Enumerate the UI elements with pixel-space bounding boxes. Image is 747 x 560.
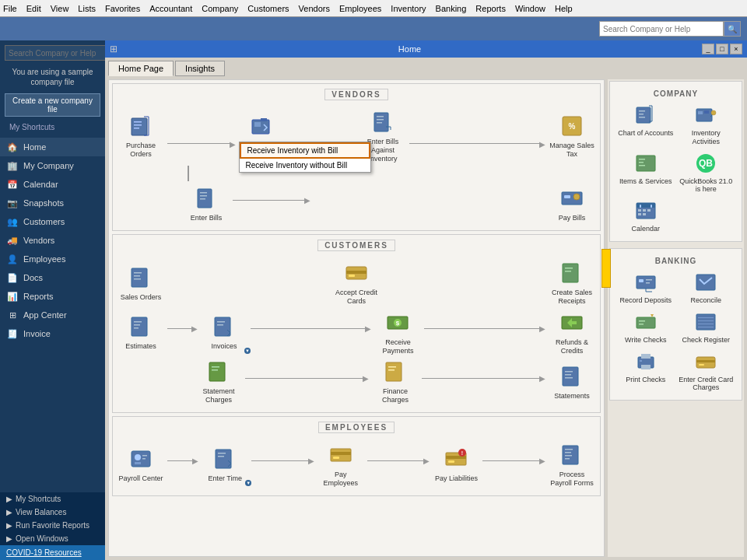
sidebar-item-calendar[interactable]: 📅 Calendar <box>0 175 105 194</box>
receive-without-bill-option[interactable]: Receive Inventory without Bill <box>240 159 370 172</box>
accept-cc-item[interactable]: Accept Credit Cards <box>333 259 380 306</box>
reconcile-item[interactable]: Reconcile <box>679 270 735 305</box>
sidebar-search-input[interactable] <box>5 45 105 61</box>
sidebar-item-docs[interactable]: 📄 Docs <box>0 268 105 287</box>
menu-view[interactable]: View <box>51 4 69 13</box>
manage-sales-tax-icon: % <box>558 112 586 140</box>
purchase-orders-item[interactable]: Purchase Orders <box>117 112 164 159</box>
estimates-item[interactable]: Estimates <box>117 313 164 351</box>
window-close[interactable]: × <box>730 44 742 54</box>
svg-rect-100 <box>639 324 644 325</box>
sales-orders-item[interactable]: Sales Orders <box>117 264 164 302</box>
create-company-button[interactable]: Create a new company file <box>5 93 100 117</box>
svg-rect-9 <box>377 122 382 124</box>
sidebar-item-reports[interactable]: 📊 Reports <box>0 287 105 306</box>
qb-badge-item[interactable]: QB QuickBooks 21.0 is here <box>679 151 735 194</box>
sidebar-bottom-shortcuts[interactable]: ▶ My Shortcuts <box>0 492 105 506</box>
toolbar-search-input[interactable] <box>599 21 724 37</box>
process-payroll-item[interactable]: Process Payroll Forms <box>549 441 595 488</box>
menu-employees[interactable]: Employees <box>339 4 381 13</box>
sidebar-item-mycompany[interactable]: 🏢 My Company <box>0 156 105 175</box>
inventory-activities-item[interactable]: Inventory Activities <box>679 103 735 146</box>
menu-accountant[interactable]: Accountant <box>149 4 192 13</box>
sidebar-item-customers[interactable]: 👥 Customers <box>0 212 105 231</box>
covid-link[interactable]: COVID-19 Resources <box>0 545 105 560</box>
svg-rect-43 <box>386 362 402 381</box>
sidebar-item-employees[interactable]: 👤 Employees <box>0 250 105 268</box>
svg-rect-49 <box>565 377 573 379</box>
vendors-label: VENDORS <box>324 89 388 100</box>
svg-rect-41 <box>212 366 219 368</box>
menu-window[interactable]: Window <box>515 4 545 13</box>
menu-file[interactable]: File <box>3 4 17 13</box>
menu-lists[interactable]: Lists <box>78 4 96 13</box>
pay-bills-item[interactable]: Pay Bills <box>549 184 595 222</box>
invoice-icon: 🧾 <box>6 327 19 340</box>
write-checks-item[interactable]: Write Checks <box>618 310 674 345</box>
menu-edit[interactable]: Edit <box>26 4 41 13</box>
svg-rect-34 <box>217 321 225 323</box>
menu-company[interactable]: Company <box>202 4 238 13</box>
refunds-credits-icon <box>558 309 586 337</box>
sidebar-item-home[interactable]: 🏠 Home <box>0 138 105 156</box>
sidebar: ◀ ▶ You are using a sample company file … <box>0 40 105 560</box>
stmt-charges-icon <box>205 358 233 386</box>
enter-cc-charges-item[interactable]: Enter Credit Card Charges <box>679 349 735 393</box>
window-maximize[interactable]: □ <box>716 44 728 54</box>
invoices-item[interactable]: Invoices ▼ <box>201 313 247 351</box>
check-register-item[interactable]: Check Register <box>679 310 735 345</box>
sidebar-item-appcenter[interactable]: ⊞ App Center <box>0 306 105 324</box>
pay-employees-item[interactable]: Pay Employees <box>317 441 364 488</box>
sidebar-bottom-windows[interactable]: ▶ Open Windows <box>0 532 105 545</box>
sidebar-bottom-balances[interactable]: ▶ View Balances <box>0 506 105 519</box>
payroll-center-item[interactable]: Payroll Center <box>117 445 164 483</box>
create-receipts-item[interactable]: Create Sales Receipts <box>549 259 595 306</box>
sidebar-item-reports-label: Reports <box>23 292 54 301</box>
sticky-tab[interactable] <box>601 249 611 288</box>
stmt-charges-item[interactable]: Statement Charges <box>195 358 242 404</box>
menu-customers[interactable]: Customers <box>247 4 289 13</box>
sidebar-item-calendar-label: Calendar <box>23 180 58 189</box>
sidebar-item-vendors[interactable]: 🚚 Vendors <box>0 231 105 250</box>
receive-with-bill-option[interactable]: Receive Inventory with Bill <box>240 142 370 159</box>
sidebar-item-invoice[interactable]: 🧾 Invoice <box>0 324 105 343</box>
company-calendar-item[interactable]: Calendar <box>618 198 674 233</box>
menu-inventory[interactable]: Inventory <box>391 4 426 13</box>
print-checks-item[interactable]: Print Checks <box>618 349 674 393</box>
estimates-label: Estimates <box>125 342 156 351</box>
menu-reports[interactable]: Reports <box>475 4 506 13</box>
svg-rect-72 <box>639 110 645 112</box>
receive-inventory-item[interactable]: ReceiveInvento... Receive Inventory with… <box>239 112 286 159</box>
tab-insights[interactable]: Insights <box>175 61 225 76</box>
menu-help[interactable]: Help <box>555 4 573 13</box>
svg-rect-70 <box>565 458 570 460</box>
svg-rect-21 <box>134 275 140 277</box>
menu-banking[interactable]: Banking <box>436 4 467 13</box>
tab-homepage[interactable]: Home Page <box>108 61 174 76</box>
chart-of-accounts-item[interactable]: Chart of Accounts <box>618 103 674 146</box>
items-services-item[interactable]: Items & Services <box>618 151 674 194</box>
record-deposits-item[interactable]: Record Deposits <box>618 270 674 305</box>
statements-item[interactable]: Statements <box>549 362 595 401</box>
pay-liabilities-item[interactable]: ! Pay Liabilities <box>433 445 479 483</box>
svg-rect-68 <box>565 452 571 453</box>
sidebar-bottom-reports[interactable]: ▶ Run Favorite Reports <box>0 519 105 532</box>
svg-text:$: $ <box>396 320 400 327</box>
chart-icon: 📊 <box>6 290 19 303</box>
sidebar-item-vendors-label: Vendors <box>23 236 54 245</box>
invoices-icon <box>210 313 238 341</box>
menu-favorites[interactable]: Favorites <box>105 4 140 13</box>
menu-vendors[interactable]: Vendors <box>299 4 330 13</box>
receive-payments-item[interactable]: $ Receive Payments <box>374 309 421 355</box>
enter-bills-icon <box>192 184 220 212</box>
refunds-credits-item[interactable]: Refunds & Credits <box>549 309 595 355</box>
fin-charges-item[interactable]: Finance Charges <box>372 358 419 404</box>
toolbar-search-button[interactable]: 🔍 <box>724 21 741 37</box>
enter-bills-item[interactable]: Enter Bills <box>183 184 230 222</box>
window-minimize[interactable]: _ <box>702 44 714 54</box>
manage-sales-tax-item[interactable]: % Manage Sales Tax <box>549 112 595 159</box>
enter-time-item[interactable]: Enter Time ▼ <box>202 445 248 483</box>
right-panel: COMPANY <box>608 79 744 557</box>
sidebar-item-snapshots[interactable]: 📷 Snapshots <box>0 194 105 212</box>
toolbar-search: 🔍 <box>599 21 741 37</box>
